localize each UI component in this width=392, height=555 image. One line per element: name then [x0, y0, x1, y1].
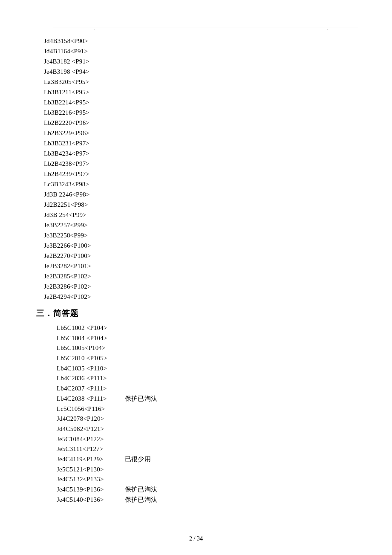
- list-item: Je2B3282<P101>: [44, 261, 356, 271]
- list-item: Je3B2258<P99>: [44, 230, 356, 240]
- list-item: Je3B2257<P99>: [44, 220, 356, 230]
- list-item: Lb2B4239<P97>: [44, 169, 356, 179]
- list-item: Lb3B3231<P97>: [44, 138, 356, 148]
- item-code: Lb4C2036 <P111>: [57, 373, 121, 384]
- document-page: . . Jd4B3158<P90>Jd4B1164<P91>Je4B3182 <…: [0, 0, 392, 555]
- header-dot-right: .: [327, 26, 328, 30]
- list-item: Lb3B4234<P97>: [44, 148, 356, 159]
- list-item: Lb3B1211<P95>: [44, 87, 356, 97]
- code-list-2: Lb5C1002 <P104>Lb5C1004 <P104>Lb5C1005<P…: [36, 323, 356, 505]
- header-rule: . .: [53, 28, 358, 28]
- page-footer: 2 / 34: [0, 535, 392, 542]
- list-item: Je4B3182 <P91>: [44, 56, 356, 66]
- item-note: 保护已淘汰: [121, 485, 157, 495]
- list-item: Jd3B 2246<P98>: [44, 189, 356, 199]
- list-item: La3B3205<P95>: [44, 77, 356, 87]
- item-code: Je5C3111<P127>: [57, 444, 121, 454]
- item-code: Jd4C2078<P120>: [57, 414, 121, 424]
- code-list-1: Jd4B3158<P90>Jd4B1164<P91>Je4B3182 <P91>…: [36, 36, 356, 302]
- list-item: Je5C1084<P122>: [57, 434, 356, 445]
- list-item: Je4C4119<P129>已很少用: [57, 454, 356, 465]
- list-item: Jd4B3158<P90>: [44, 36, 356, 46]
- item-code: Lb5C1002 <P104>: [57, 323, 121, 333]
- section-heading: 三．简答题: [36, 308, 356, 319]
- list-item: Lb4C2037 <P111>: [57, 384, 356, 394]
- item-code: Je4C5140<P136>: [57, 495, 121, 505]
- list-item: Lb5C1004 <P104>: [57, 333, 356, 344]
- item-code: Je4C5139<P136>: [57, 485, 121, 495]
- list-item: Lb2B3229<P96>: [44, 128, 356, 138]
- list-item: Lc5C1056<P116>: [57, 404, 356, 414]
- list-item: Je5C3111<P127>: [57, 444, 356, 454]
- list-item: Lb3B2214<P95>: [44, 97, 356, 107]
- list-item: Lb2B4238<P97>: [44, 159, 356, 169]
- item-code: Je4C4119<P129>: [57, 454, 121, 465]
- list-item: Je2B3286<P102>: [44, 281, 356, 292]
- list-item: Lc3B3243<P98>: [44, 179, 356, 189]
- item-code: Lb5C1004 <P104>: [57, 333, 121, 344]
- list-item: Lb4C2036 <P111>: [57, 373, 356, 384]
- item-code: Lb4C1035 <P110>: [57, 364, 121, 374]
- list-item: Je2B4294<P102>: [44, 292, 356, 302]
- header-dot-left: .: [94, 26, 95, 30]
- item-code: Lb5C1005<P104>: [57, 343, 121, 353]
- item-code: Lb4C2038 <P111>: [57, 394, 121, 404]
- list-item: Jd4C2078<P120>: [57, 414, 356, 424]
- list-item: Lb4C2038 <P111>保护已淘汰: [57, 394, 356, 404]
- item-code: Jd4C5082<P121>: [57, 424, 121, 434]
- item-code: Lc5C1056<P116>: [57, 404, 121, 414]
- list-item: Je4C5132<P133>: [57, 474, 356, 485]
- list-item: Lb5C2010 <P105>: [57, 353, 356, 364]
- list-item: Je3B2266<P100>: [44, 240, 356, 251]
- list-item: Je2B2270<P100>: [44, 251, 356, 261]
- list-item: Lb5C1005<P104>: [57, 343, 356, 353]
- item-code: Je4C5132<P133>: [57, 474, 121, 485]
- list-item: Jd4C5082<P121>: [57, 424, 356, 434]
- list-item: Je4B3198 <P94>: [44, 66, 356, 77]
- item-note: 保护已淘汰: [121, 495, 157, 505]
- item-code: Je5C1084<P122>: [57, 434, 121, 445]
- list-item: Jd2B2251<P98>: [44, 199, 356, 210]
- list-item: Jd4B1164<P91>: [44, 46, 356, 56]
- item-note: 保护已淘汰: [121, 394, 157, 404]
- list-item: Je4C5139<P136>保护已淘汰: [57, 485, 356, 495]
- list-item: Lb3B2216<P95>: [44, 107, 356, 118]
- item-note: 已很少用: [121, 454, 151, 465]
- item-code: Lb5C2010 <P105>: [57, 353, 121, 364]
- list-item: Lb5C1002 <P104>: [57, 323, 356, 333]
- list-item: Je5C5121<P130>: [57, 465, 356, 475]
- list-item: Je2B3285<P102>: [44, 271, 356, 281]
- list-item: Je4C5140<P136> 保护已淘汰: [57, 495, 356, 505]
- list-item: Jd3B 254<P99>: [44, 210, 356, 220]
- item-code: Lb4C2037 <P111>: [57, 384, 121, 394]
- list-item: Lb2B2220<P96>: [44, 118, 356, 128]
- list-item: Lb4C1035 <P110>: [57, 364, 356, 374]
- item-code: Je5C5121<P130>: [57, 465, 121, 475]
